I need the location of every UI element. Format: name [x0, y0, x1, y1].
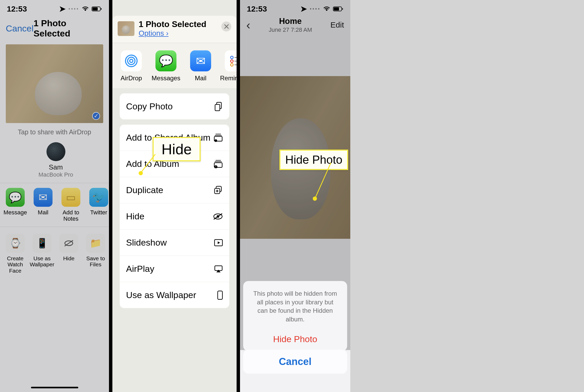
cancel-button[interactable]: Cancel [6, 23, 34, 34]
alert-message: This photo will be hidden from all place… [252, 289, 338, 324]
airdrop-hint: Tap to share with AirDrop [0, 128, 109, 136]
action-duplicate[interactable]: Duplicate [120, 177, 229, 203]
status-bar: 12:53 ➤ ···· [240, 0, 350, 14]
hide-photo-button[interactable]: Hide Photo [250, 334, 340, 344]
action-copy-photo[interactable]: Copy Photo [120, 93, 229, 119]
svg-rect-45 [342, 8, 343, 10]
phone-icon: 📱 [33, 234, 51, 253]
screenshot-3-hide-confirm: 12:53 ➤ ···· ‹ Home June 27 7:28 AM Edit… [240, 0, 350, 392]
divider [0, 183, 109, 183]
screenshot-2-share-sheet-ios13: 1 Photo Selected Options › ✕ AirDrop 💬Me… [109, 0, 240, 392]
watch-icon: ⌚ [6, 234, 25, 253]
edit-button[interactable]: Edit [330, 20, 344, 29]
contact-name: Sam [49, 163, 63, 171]
location-arrow-icon: ➤ [300, 4, 307, 13]
action-wallpaper[interactable]: 📱Use as Wallpaper [30, 234, 54, 273]
svg-text:+: + [215, 166, 216, 168]
share-app-notes[interactable]: ▭Add to Notes [59, 188, 82, 222]
svg-point-27 [215, 139, 217, 142]
photo-thumbnail[interactable]: ✓ [6, 44, 103, 123]
svg-rect-42 [218, 291, 222, 299]
share-app-reminders[interactable]: Reminders [221, 50, 237, 82]
svg-rect-1 [92, 7, 98, 10]
copy-icon [215, 102, 223, 111]
svg-rect-23 [215, 104, 220, 111]
share-header: 1 Photo Selected Options › ✕ [112, 16, 237, 43]
action-hide[interactable]: Hide [57, 234, 80, 273]
cancel-button[interactable]: Cancel [243, 350, 347, 374]
svg-point-13 [128, 57, 135, 65]
mail-icon: ✉ [190, 50, 211, 71]
status-bar: 12:53 ➤ ···· [0, 0, 109, 14]
action-slideshow[interactable]: Slideshow [120, 230, 229, 256]
svg-point-17 [231, 60, 233, 62]
duplicate-icon [214, 186, 223, 195]
selected-check-icon: ✓ [92, 112, 100, 120]
cell-dots-icon: ···· [310, 4, 320, 13]
messages-icon: 💬 [6, 188, 25, 207]
hide-alert: This photo will be hidden from all place… [243, 281, 347, 351]
photo-location: Home [279, 17, 302, 26]
status-time: 12:53 [7, 4, 27, 13]
folder-icon: 📁 [86, 234, 105, 253]
messages-icon: 💬 [155, 50, 176, 71]
share-app-mail[interactable]: ✉Mail [186, 50, 215, 82]
avatar [46, 142, 65, 161]
share-app-message[interactable]: 💬Message [4, 188, 27, 222]
share-apps-row: 💬Message ✉Mail ▭Add to Notes 🐦Twitter 🐘E… [0, 188, 109, 222]
share-app-mail[interactable]: ✉Mail [32, 188, 55, 222]
twitter-icon: 🐦 [89, 188, 108, 207]
photo-thumbnail[interactable] [118, 21, 134, 36]
action-airplay[interactable]: AirPlay [120, 256, 229, 282]
notes-icon: ▭ [61, 188, 80, 207]
page-title: 1 Photo Selected [34, 18, 91, 39]
screenshot-1-share-sheet-classic: 12:53 ➤ ···· Cancel 1 Photo Selected ✓ T… [0, 0, 109, 392]
options-link[interactable]: Options › [139, 29, 206, 38]
contact-device: MacBook Pro [38, 171, 73, 178]
wifi-icon [82, 6, 89, 12]
battery-icon [333, 6, 343, 12]
cell-dots-icon: ···· [68, 4, 79, 13]
phone-icon [217, 290, 223, 300]
divider [0, 227, 109, 227]
play-icon [214, 239, 223, 246]
action-save-files[interactable]: 📁Save to Files [84, 234, 107, 273]
share-apps-row: AirDrop 💬Messages ✉Mail Reminders K [112, 43, 237, 88]
svg-rect-2 [101, 8, 102, 10]
annotation-callout: Hide [153, 137, 201, 161]
action-hide[interactable]: Hide [120, 203, 229, 230]
back-button[interactable]: ‹ [246, 18, 250, 32]
share-app-messages[interactable]: 💬Messages [152, 50, 180, 82]
close-button[interactable]: ✕ [221, 22, 231, 31]
airplay-icon [214, 265, 223, 273]
annotation-callout: Hide Photo [279, 150, 348, 170]
svg-rect-44 [334, 7, 339, 10]
photo-date: June 27 7:28 AM [269, 27, 312, 33]
share-app-airdrop[interactable]: AirDrop [117, 50, 145, 82]
shared-album-icon [213, 134, 223, 142]
hide-icon [213, 213, 223, 220]
share-title: 1 Photo Selected [139, 19, 206, 29]
svg-point-15 [231, 56, 233, 59]
album-icon: + [213, 160, 223, 168]
svg-point-12 [130, 59, 133, 62]
airdrop-icon [121, 50, 142, 71]
action-watch-face[interactable]: ⌚Create Watch Face [4, 234, 27, 273]
airdrop-contact[interactable]: Sam MacBook Pro [3, 142, 109, 178]
home-indicator[interactable] [31, 387, 78, 388]
close-icon: ✕ [223, 22, 230, 31]
battery-icon [92, 6, 102, 12]
svg-point-19 [231, 63, 233, 66]
action-wallpaper[interactable]: Use as Wallpaper [120, 282, 229, 308]
wifi-icon [323, 6, 330, 12]
status-time: 12:53 [247, 4, 267, 13]
share-app-twitter[interactable]: 🐦Twitter [87, 188, 109, 222]
actions-row: ⌚Create Watch Face 📱Use as Wallpaper Hid… [0, 234, 109, 273]
location-arrow-icon: ➤ [59, 4, 66, 13]
reminders-icon [225, 50, 237, 71]
hide-icon [59, 234, 78, 253]
mail-icon: ✉ [34, 188, 53, 207]
